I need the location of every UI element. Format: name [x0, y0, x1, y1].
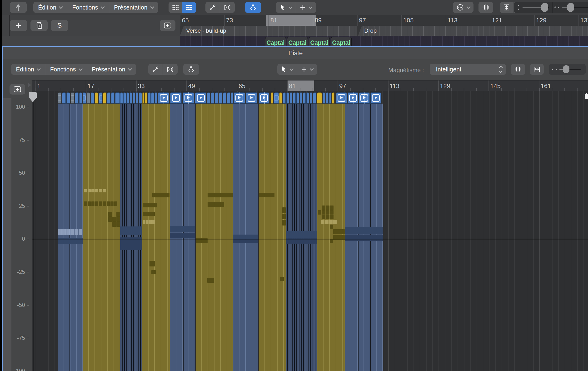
midi-note[interactable] [233, 239, 258, 243]
green-region[interactable]: Captai [331, 37, 352, 46]
region-block[interactable] [211, 92, 214, 104]
midi-note[interactable] [88, 201, 91, 206]
midi-note[interactable] [170, 226, 195, 232]
midi-note[interactable] [62, 229, 66, 235]
midi-note[interactable] [207, 278, 214, 283]
region-block[interactable] [332, 92, 335, 104]
menu-edition[interactable]: Édition [33, 2, 67, 13]
midi-note[interactable] [330, 210, 334, 214]
midi-note[interactable] [66, 229, 70, 235]
region-block[interactable] [293, 92, 296, 104]
green-region[interactable]: Captai [309, 37, 330, 46]
play-region-icon[interactable] [360, 94, 368, 102]
region-block[interactable] [300, 92, 302, 104]
midi-note[interactable] [146, 220, 148, 224]
midi-note[interactable] [74, 229, 78, 235]
region-block[interactable] [111, 92, 115, 104]
midi-note[interactable] [149, 220, 152, 224]
play-region-icon[interactable] [260, 94, 268, 102]
region-block[interactable] [145, 92, 147, 104]
region-block[interactable] [115, 92, 120, 104]
region-block[interactable] [87, 92, 90, 104]
menu-fonctions[interactable]: Fonctions [45, 64, 87, 75]
region-block[interactable] [75, 92, 79, 104]
region-block[interactable] [323, 92, 325, 104]
region-block[interactable] [142, 92, 145, 104]
slider-knob[interactable] [567, 3, 574, 12]
midi-note[interactable] [103, 201, 106, 206]
region-block[interactable] [58, 92, 62, 104]
midi-note[interactable] [143, 203, 157, 207]
region-block[interactable] [62, 92, 66, 104]
midi-note[interactable] [321, 220, 325, 224]
loop-region-block[interactable] [347, 92, 358, 104]
add-tool-button[interactable] [296, 2, 316, 13]
snap-dropdown[interactable]: Intelligent [430, 64, 506, 75]
automation-curve-button[interactable] [205, 2, 220, 13]
region-block[interactable] [286, 92, 289, 104]
midi-note[interactable] [99, 189, 102, 192]
region-block[interactable] [313, 92, 316, 104]
green-region[interactable]: Captai [265, 37, 286, 46]
show-panel-button[interactable] [10, 84, 25, 95]
midi-note[interactable] [233, 234, 258, 239]
grid-view-button[interactable] [168, 2, 182, 13]
region-block[interactable] [329, 92, 331, 104]
split-tool-button[interactable] [183, 64, 199, 75]
menu-presentation[interactable]: Présentation [87, 64, 136, 75]
menu-fonctions[interactable]: Fonctions [67, 2, 109, 13]
loop-region-block[interactable] [246, 92, 257, 104]
green-region[interactable]: Captai [287, 37, 308, 46]
region-block[interactable] [303, 92, 306, 104]
midi-note[interactable] [91, 201, 94, 206]
loop-region-block[interactable] [195, 92, 206, 104]
playhead[interactable] [33, 93, 33, 371]
midi-note[interactable] [152, 220, 155, 224]
region-block[interactable] [326, 92, 328, 104]
region-block[interactable] [103, 92, 106, 104]
midi-note[interactable] [326, 205, 329, 210]
automation-curve-button[interactable] [148, 64, 163, 75]
loop-region-block[interactable] [336, 92, 347, 104]
play-region-icon[interactable] [172, 94, 180, 102]
solo-button[interactable]: S [51, 20, 68, 31]
horizontal-zoom-slider[interactable] [562, 7, 588, 8]
slider-knob[interactable] [563, 65, 569, 73]
region-block[interactable] [79, 92, 82, 104]
region-block[interactable] [215, 92, 218, 104]
region-block[interactable] [99, 92, 102, 104]
midi-note[interactable] [322, 210, 326, 214]
loop-region-block[interactable] [170, 92, 182, 104]
play-region-icon[interactable] [349, 94, 357, 102]
midi-note[interactable] [116, 222, 120, 227]
region-block[interactable] [139, 92, 142, 104]
midi-note[interactable] [330, 224, 333, 229]
add-tool-button[interactable] [297, 64, 317, 75]
split-tool-button[interactable] [245, 2, 261, 13]
region-block[interactable] [306, 92, 309, 104]
midi-note[interactable] [170, 233, 195, 238]
region-block[interactable] [227, 92, 231, 104]
add-track-button[interactable] [10, 20, 27, 31]
midi-note[interactable] [108, 217, 112, 222]
midi-note[interactable] [99, 201, 102, 206]
midi-note[interactable] [330, 215, 334, 219]
loop-region-block[interactable] [359, 92, 370, 104]
region-block[interactable] [283, 92, 286, 104]
midi-note[interactable] [84, 201, 87, 206]
region-block[interactable] [310, 92, 312, 104]
arrangement-ruler[interactable]: 6573818997105113121129137 [180, 15, 588, 26]
marquee-button[interactable] [220, 2, 235, 13]
midi-note[interactable] [208, 202, 224, 207]
midi-note[interactable] [345, 234, 383, 241]
midi-note[interactable] [333, 220, 337, 224]
marquee-button[interactable] [163, 64, 178, 75]
region-block[interactable] [107, 92, 110, 104]
midi-note[interactable] [143, 212, 155, 216]
midi-note[interactable] [318, 210, 321, 214]
play-region-icon[interactable] [185, 94, 192, 102]
midi-note[interactable] [286, 231, 317, 238]
midi-note[interactable] [259, 193, 274, 197]
region-block[interactable] [155, 92, 157, 104]
region-block[interactable] [279, 92, 282, 104]
